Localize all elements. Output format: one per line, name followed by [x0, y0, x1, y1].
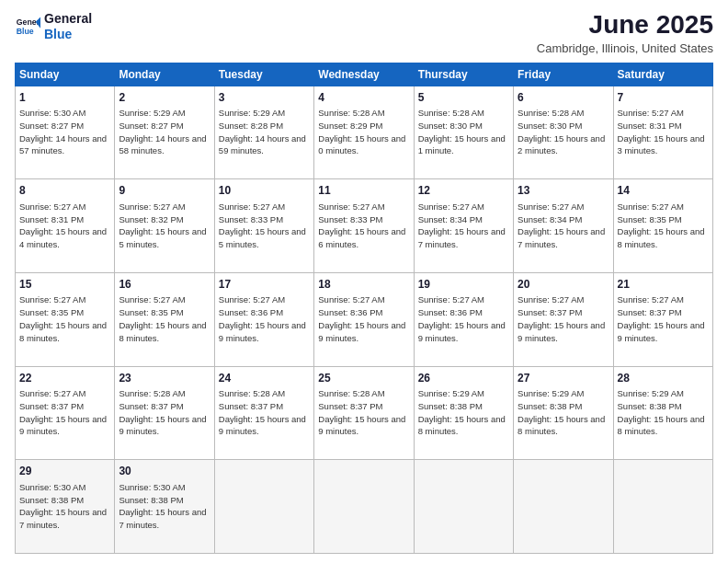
sunset-text: Sunset: 8:28 PM	[219, 121, 283, 131]
svg-text:Blue: Blue	[17, 27, 34, 36]
sunset-text: Sunset: 8:31 PM	[618, 121, 682, 131]
calendar-cell: 26Sunrise: 5:29 AMSunset: 8:38 PMDayligh…	[414, 366, 513, 460]
calendar-cell	[314, 460, 414, 554]
daylight-text: Daylight: 15 hours and 8 minutes.	[518, 414, 605, 437]
calendar-cell: 2Sunrise: 5:29 AMSunset: 8:27 PMDaylight…	[115, 86, 214, 179]
sunset-text: Sunset: 8:27 PM	[119, 121, 183, 131]
calendar-cell: 14Sunrise: 5:27 AMSunset: 8:35 PMDayligh…	[613, 179, 712, 273]
day-number: 6	[518, 90, 609, 106]
weekday-header-tuesday: Tuesday	[214, 63, 313, 86]
day-number: 10	[219, 183, 310, 199]
calendar-cell: 4Sunrise: 5:28 AMSunset: 8:29 PMDaylight…	[314, 86, 414, 179]
day-number: 1	[19, 90, 110, 106]
calendar-cell: 9Sunrise: 5:27 AMSunset: 8:32 PMDaylight…	[115, 179, 214, 273]
week-row-5: 29Sunrise: 5:30 AMSunset: 8:38 PMDayligh…	[16, 460, 713, 554]
weekday-header-sunday: Sunday	[16, 63, 115, 86]
daylight-text: Daylight: 15 hours and 9 minutes.	[618, 320, 705, 343]
daylight-text: Daylight: 15 hours and 9 minutes.	[518, 320, 605, 343]
day-number: 27	[518, 371, 609, 386]
sunset-text: Sunset: 8:27 PM	[19, 121, 84, 131]
calendar-cell: 15Sunrise: 5:27 AMSunset: 8:35 PMDayligh…	[16, 273, 115, 367]
weekday-header-row: SundayMondayTuesdayWednesdayThursdayFrid…	[16, 63, 713, 86]
sunset-text: Sunset: 8:36 PM	[219, 307, 283, 317]
sunset-text: Sunset: 8:38 PM	[518, 401, 582, 411]
daylight-text: Daylight: 15 hours and 2 minutes.	[518, 133, 605, 156]
daylight-text: Daylight: 15 hours and 0 minutes.	[318, 133, 405, 156]
daylight-text: Daylight: 15 hours and 8 minutes.	[19, 320, 107, 343]
calendar-cell: 28Sunrise: 5:29 AMSunset: 8:38 PMDayligh…	[613, 366, 712, 460]
weekday-header-saturday: Saturday	[613, 63, 712, 86]
sunrise-text: Sunrise: 5:27 AM	[119, 201, 185, 212]
calendar-cell	[214, 460, 313, 554]
sunset-text: Sunset: 8:31 PM	[19, 214, 84, 224]
month-year: June 2025	[537, 11, 713, 40]
week-row-2: 8Sunrise: 5:27 AMSunset: 8:31 PMDaylight…	[16, 179, 713, 273]
daylight-text: Daylight: 15 hours and 7 minutes.	[418, 226, 506, 249]
daylight-text: Daylight: 15 hours and 9 minutes.	[418, 320, 506, 343]
sunset-text: Sunset: 8:37 PM	[119, 401, 183, 411]
calendar-cell: 3Sunrise: 5:29 AMSunset: 8:28 PMDaylight…	[214, 86, 313, 179]
sunrise-text: Sunrise: 5:29 AM	[518, 388, 584, 398]
sunrise-text: Sunrise: 5:28 AM	[318, 388, 384, 398]
sunrise-text: Sunrise: 5:27 AM	[219, 201, 285, 212]
daylight-text: Daylight: 15 hours and 5 minutes.	[219, 226, 306, 249]
sunset-text: Sunset: 8:38 PM	[119, 495, 183, 505]
sunset-text: Sunset: 8:36 PM	[318, 307, 382, 317]
sunrise-text: Sunrise: 5:27 AM	[518, 201, 584, 212]
sunrise-text: Sunrise: 5:30 AM	[119, 482, 185, 492]
sunset-text: Sunset: 8:38 PM	[418, 401, 483, 411]
calendar-cell: 11Sunrise: 5:27 AMSunset: 8:33 PMDayligh…	[314, 179, 414, 273]
calendar-cell	[414, 460, 513, 554]
calendar-cell: 20Sunrise: 5:27 AMSunset: 8:37 PMDayligh…	[514, 273, 613, 367]
daylight-text: Daylight: 14 hours and 59 minutes.	[219, 133, 306, 156]
logo-blue: Blue	[44, 27, 92, 42]
daylight-text: Daylight: 15 hours and 9 minutes.	[219, 414, 306, 437]
daylight-text: Daylight: 15 hours and 3 minutes.	[618, 133, 705, 156]
calendar-cell: 22Sunrise: 5:27 AMSunset: 8:37 PMDayligh…	[16, 366, 115, 460]
sunrise-text: Sunrise: 5:27 AM	[418, 294, 484, 304]
daylight-text: Daylight: 14 hours and 57 minutes.	[19, 133, 107, 156]
daylight-text: Daylight: 15 hours and 9 minutes.	[219, 320, 306, 343]
daylight-text: Daylight: 15 hours and 1 minute.	[418, 133, 506, 156]
sunset-text: Sunset: 8:33 PM	[219, 214, 283, 224]
sunrise-text: Sunrise: 5:27 AM	[418, 201, 484, 212]
daylight-text: Daylight: 15 hours and 7 minutes.	[119, 507, 206, 530]
daylight-text: Daylight: 15 hours and 8 minutes.	[618, 226, 705, 249]
day-number: 9	[119, 183, 210, 199]
sunrise-text: Sunrise: 5:28 AM	[219, 388, 285, 398]
weekday-header-monday: Monday	[115, 63, 214, 86]
day-number: 26	[418, 371, 509, 386]
sunrise-text: Sunrise: 5:27 AM	[618, 108, 684, 118]
sunrise-text: Sunrise: 5:30 AM	[19, 482, 85, 492]
day-number: 7	[618, 90, 709, 106]
sunset-text: Sunset: 8:37 PM	[618, 307, 682, 317]
sunset-text: Sunset: 8:37 PM	[19, 401, 84, 411]
sunset-text: Sunset: 8:37 PM	[518, 307, 582, 317]
header: General Blue General Blue June 2025 Camb…	[15, 11, 713, 55]
day-number: 20	[518, 277, 609, 293]
day-number: 5	[418, 90, 509, 106]
day-number: 16	[119, 277, 210, 293]
sunset-text: Sunset: 8:37 PM	[318, 401, 382, 411]
calendar-cell	[613, 460, 712, 554]
weekday-header-thursday: Thursday	[414, 63, 513, 86]
calendar-cell: 12Sunrise: 5:27 AMSunset: 8:34 PMDayligh…	[414, 179, 513, 273]
sunset-text: Sunset: 8:34 PM	[418, 214, 483, 224]
sunrise-text: Sunrise: 5:27 AM	[618, 294, 684, 304]
sunset-text: Sunset: 8:35 PM	[119, 307, 183, 317]
weekday-header-wednesday: Wednesday	[314, 63, 414, 86]
calendar-cell: 29Sunrise: 5:30 AMSunset: 8:38 PMDayligh…	[16, 460, 115, 554]
day-number: 19	[418, 277, 509, 293]
day-number: 4	[318, 90, 409, 106]
sunrise-text: Sunrise: 5:27 AM	[318, 201, 384, 212]
calendar-cell: 5Sunrise: 5:28 AMSunset: 8:30 PMDaylight…	[414, 86, 513, 179]
sunrise-text: Sunrise: 5:29 AM	[418, 388, 484, 398]
day-number: 18	[318, 277, 409, 293]
day-number: 14	[618, 183, 709, 199]
logo-general: General	[44, 11, 92, 27]
calendar-cell: 1Sunrise: 5:30 AMSunset: 8:27 PMDaylight…	[16, 86, 115, 179]
day-number: 22	[19, 371, 110, 386]
weekday-header-friday: Friday	[514, 63, 613, 86]
calendar-cell: 8Sunrise: 5:27 AMSunset: 8:31 PMDaylight…	[16, 179, 115, 273]
daylight-text: Daylight: 15 hours and 8 minutes.	[418, 414, 506, 437]
